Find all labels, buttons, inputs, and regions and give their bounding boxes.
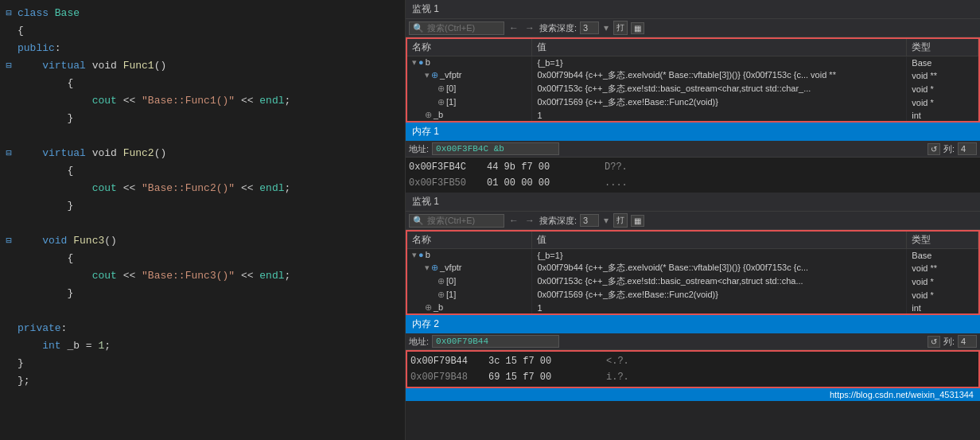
memory-col-label-1: 列: <box>943 143 955 155</box>
line-gutter: ⊟ <box>0 147 18 159</box>
memory-col-input-1[interactable] <box>958 142 977 155</box>
watch-titlebar-top: 监视 1 <box>406 0 980 19</box>
memory-window-1: 内存 1 地址: ↺ 列: 0x00F3FB4C44 9b f7 00D??.0… <box>406 123 980 193</box>
memory-refresh-btn-1[interactable]: ↺ <box>928 143 940 155</box>
code-line: cout << "Base::Func3()" << endl; <box>0 267 405 284</box>
watch-table-container-bottom: 名称 值 类型 ▾●b{_b=1}Base▾⊕_vfptr0x00f79b44 … <box>406 230 980 315</box>
search-icon-bottom: 🔍 <box>413 216 424 226</box>
var-icon: ⊕ <box>425 110 432 119</box>
var-icon: ⊕ <box>438 97 445 107</box>
code-content: } <box>18 357 24 369</box>
memory-title-2: 内存 2 <box>412 317 439 331</box>
code-content: { <box>18 165 73 177</box>
code-line: public: <box>0 39 405 56</box>
memory-window-2: 内存 2 地址: ↺ 列: 0x00F79B443c 15 f7 00<.?.0… <box>406 315 980 440</box>
toolbar-btn1-top[interactable]: 打 <box>613 21 628 35</box>
table-row[interactable]: ⊕[1]0x00f71569 {c++_多态.exe!Base::Func2(v… <box>407 288 978 302</box>
memory-toolbar-2: 地址: ↺ 列: <box>406 333 980 350</box>
var-icon: ⊕ <box>438 84 445 93</box>
var-icon: ⊕ <box>438 290 445 299</box>
code-content: cout << "Base::Func3()" << endl; <box>18 270 290 282</box>
col-header-value-bottom: 值 <box>532 232 907 249</box>
code-line <box>0 214 405 232</box>
code-line <box>0 127 405 144</box>
col-header-value-top: 值 <box>532 39 907 56</box>
search-box-top[interactable]: 🔍 <box>409 21 504 35</box>
code-content: int _b = 1; <box>18 340 111 352</box>
code-content: { <box>18 25 24 37</box>
memory-col-input-2[interactable] <box>958 335 977 348</box>
code-content: } <box>18 287 73 299</box>
memory-toolbar-1: 地址: ↺ 列: <box>406 141 980 158</box>
watch-table-top: 名称 值 类型 ▾●b{_b=1}Base▾⊕_vfptr0x00f79b44 … <box>407 39 978 121</box>
code-content: } <box>18 200 73 212</box>
code-line: ⊟ void Func3() <box>0 232 405 249</box>
memory-addr-label-1: 地址: <box>409 143 429 155</box>
watch-toolbar-top: 🔍 ← → 搜索深度: ▾ 打 ▦ <box>406 19 980 37</box>
code-line <box>0 302 405 319</box>
memory-titlebar-2: 内存 2 <box>406 315 980 333</box>
toolbar-btn1-bottom[interactable]: 打 <box>613 213 628 228</box>
table-row[interactable]: ⊕[0]0x00f7153c {c++_多态.exe!std::basic_os… <box>407 82 978 95</box>
memory-addr-input-2[interactable] <box>432 335 559 348</box>
memory-content-2: 0x00F79B443c 15 f7 00<.?.0x00F79B4869 15… <box>406 350 980 388</box>
back-btn-top[interactable]: ← <box>508 22 520 33</box>
code-line: } <box>0 354 405 372</box>
code-line: } <box>0 109 405 127</box>
depth-input-top[interactable] <box>580 21 599 34</box>
col-header-name-bottom: 名称 <box>407 232 532 249</box>
line-gutter: ⊟ <box>0 235 18 247</box>
back-btn-bottom[interactable]: ← <box>508 215 520 226</box>
table-row[interactable]: ⊕[0]0x00f7153c {c++_多态.exe!std::basic_os… <box>407 275 978 288</box>
watch-title-top: 监视 1 <box>412 2 439 16</box>
toolbar-btn2-top[interactable]: ▦ <box>631 22 644 34</box>
toolbar-btn2-bottom[interactable]: ▦ <box>631 215 644 227</box>
search-input-top[interactable] <box>427 23 491 33</box>
table-row[interactable]: ▾⊕_vfptr0x00f79b44 {c++_多态.exelvoid(* Ba… <box>407 68 978 82</box>
code-line: { <box>0 249 405 267</box>
expand-icon: ▾ <box>412 57 417 67</box>
memory-row: 0x00F3FB4C44 9b f7 00D??. <box>409 159 977 175</box>
depth-label-bottom: 搜索深度: <box>539 215 577 227</box>
expand-icon: ▾ <box>412 250 417 259</box>
memory-row: 0x00F3FB5001 00 00 00.... <box>409 175 977 191</box>
code-content: } <box>18 112 73 124</box>
expand-icon: ▾ <box>425 70 430 80</box>
forward-btn-bottom[interactable]: → <box>523 215 536 226</box>
code-content: public: <box>18 42 61 54</box>
forward-btn-top[interactable]: → <box>523 22 536 33</box>
table-row[interactable]: ⊕[1]0x00f71569 {c++_多态.exe!Base::Func2(v… <box>407 95 978 109</box>
depth-arrow-top[interactable]: ▾ <box>602 22 610 33</box>
var-icon: ⊕ <box>431 70 438 80</box>
table-row[interactable]: ⊕_b1int <box>407 302 978 313</box>
search-box-bottom[interactable]: 🔍 <box>409 214 504 228</box>
memory-refresh-btn-2[interactable]: ↺ <box>928 336 940 348</box>
var-icon: ⊕ <box>438 276 445 286</box>
status-bar: https://blog.csdn.net/weixin_4531344 <box>406 388 980 401</box>
table-row[interactable]: ▾⊕_vfptr0x00f79b44 {c++_多态.exelvoid(* Ba… <box>407 261 978 275</box>
expand-icon: ▾ <box>425 263 430 272</box>
memory-addr-input-1[interactable] <box>432 142 559 155</box>
watch-titlebar-bottom: 监视 1 <box>406 193 980 212</box>
watch-window-bottom: 监视 1 🔍 ← → 搜索深度: ▾ 打 ▦ 名称 值 类型 <box>406 193 980 315</box>
depth-arrow-bottom[interactable]: ▾ <box>602 215 610 226</box>
code-line: cout << "Base::Func2()" << endl; <box>0 179 405 197</box>
var-icon: ● <box>418 57 424 67</box>
code-line: ⊟class Base <box>0 4 405 21</box>
var-icon: ⊕ <box>425 302 432 312</box>
depth-input-bottom[interactable] <box>580 214 599 227</box>
var-icon: ⊕ <box>431 263 438 272</box>
code-content: { <box>18 252 73 264</box>
table-row[interactable]: ⊕_b1int <box>407 109 978 121</box>
code-content: cout << "Base::Func2()" << endl; <box>18 182 290 194</box>
watch-title-bottom: 监视 1 <box>412 195 439 208</box>
search-input-bottom[interactable] <box>427 216 491 225</box>
var-icon: ● <box>418 250 424 259</box>
watch-window-top: 监视 1 🔍 ← → 搜索深度: ▾ 打 ▦ 名称 值 类型 <box>406 0 980 123</box>
depth-label-top: 搜索深度: <box>539 22 577 34</box>
table-row[interactable]: ▾●b{_b=1}Base <box>407 56 978 69</box>
watch-table-bottom: 名称 值 类型 ▾●b{_b=1}Base▾⊕_vfptr0x00f79b44 … <box>407 232 978 313</box>
table-row[interactable]: ▾●b{_b=1}Base <box>407 249 978 262</box>
code-line: { <box>0 21 405 39</box>
debug-panel: 监视 1 🔍 ← → 搜索深度: ▾ 打 ▦ 名称 值 类型 <box>406 0 980 440</box>
